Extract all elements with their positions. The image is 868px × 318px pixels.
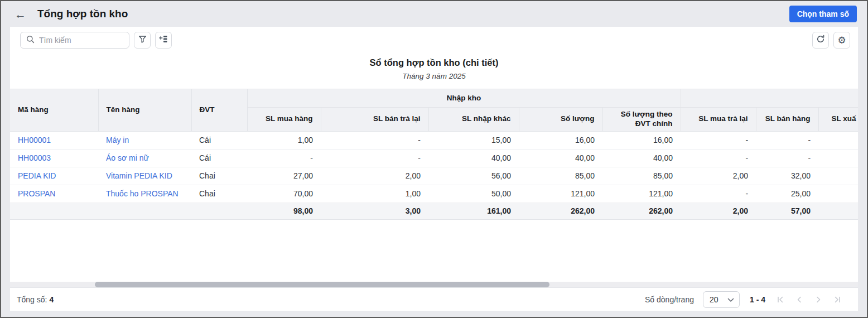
column-header[interactable]: SL mua hàng xyxy=(247,108,321,132)
totals-row: 98,003,00161,00262,00262,002,0057,00 xyxy=(10,203,858,219)
value-cell: - xyxy=(681,185,756,203)
value-cell: - xyxy=(247,149,321,167)
rows-per-page-select[interactable]: 20 xyxy=(703,291,740,308)
top-bar: ← Tổng hợp tồn kho Chọn tham số xyxy=(1,1,867,27)
report-subtitle: Tháng 3 năm 2025 xyxy=(10,72,858,80)
value-cell: 85,00 xyxy=(519,167,602,185)
value-cell: 56,00 xyxy=(428,167,519,185)
next-page-icon[interactable] xyxy=(809,291,828,308)
item-code-link[interactable]: HH00001 xyxy=(18,136,51,144)
value-cell: 16,00 xyxy=(602,131,681,149)
item-name-link[interactable]: Áo sơ mi nữ xyxy=(106,153,149,162)
value-cell: 121,00 xyxy=(519,185,602,203)
value-cell xyxy=(818,167,858,185)
toolbar: ⚙ xyxy=(10,27,858,54)
value-cell: 1,00 xyxy=(247,131,321,149)
item-code-link[interactable]: PEDIA KID xyxy=(18,171,56,180)
totals-label-cell xyxy=(10,203,247,219)
item-name-link[interactable]: Máy in xyxy=(106,136,129,144)
item-name-link[interactable]: Vitamin PEDIA KID xyxy=(106,171,172,180)
last-page-icon[interactable] xyxy=(828,291,847,308)
unit-cell: Cái xyxy=(191,131,247,149)
column-header-item-name[interactable]: Tên hàng xyxy=(98,89,191,132)
value-cell: 40,00 xyxy=(428,149,519,167)
value-cell: 32,00 xyxy=(756,167,818,185)
gear-icon: ⚙ xyxy=(837,36,846,45)
column-header[interactable]: SL bán trả lại xyxy=(321,108,428,132)
pagination-controls: Số dòng/trang 20 1 - 4 xyxy=(645,291,847,308)
total-count-value: 4 xyxy=(49,295,54,304)
table-empty-area xyxy=(10,220,858,282)
value-cell: 40,00 xyxy=(519,149,602,167)
column-header[interactable]: SL nhập khác xyxy=(428,108,519,132)
item-name-cell: Thuốc ho PROSPAN xyxy=(98,185,191,203)
rows-per-page-label: Số dòng/trang xyxy=(645,295,694,304)
totals-value-cell: 98,00 xyxy=(247,203,321,219)
value-cell: 1,00 xyxy=(321,185,428,203)
totals-value-cell: 57,00 xyxy=(756,203,818,219)
content-panel: ⚙ Sổ tổng hợp tồn kho (chi tiết) Tháng 3… xyxy=(10,27,858,311)
pager xyxy=(771,291,847,308)
refresh-icon xyxy=(816,35,825,46)
column-header-item-code[interactable]: Mã hàng xyxy=(10,89,98,132)
search-box[interactable] xyxy=(20,32,129,49)
table-footer: Tổng số:4 Số dòng/trang 20 1 - 4 xyxy=(10,287,858,311)
totals-value-cell: 262,00 xyxy=(519,203,602,219)
refresh-button[interactable] xyxy=(812,32,829,49)
value-cell: - xyxy=(321,149,428,167)
horizontal-scrollbar-thumb[interactable] xyxy=(95,282,549,287)
column-header[interactable]: SL mua trả lại xyxy=(681,108,756,132)
item-name-cell: Máy in xyxy=(98,131,191,149)
filter-icon xyxy=(138,35,147,46)
prev-page-icon[interactable] xyxy=(790,291,809,308)
value-cell: 121,00 xyxy=(602,185,681,203)
totals-value-cell: 161,00 xyxy=(428,203,519,219)
table-row: PEDIA KIDVitamin PEDIA KIDChai27,002,005… xyxy=(10,167,858,185)
table-row: HH00001Máy inCái1,00-15,0016,0016,00-- xyxy=(10,131,858,149)
item-code-cell: PEDIA KID xyxy=(10,167,98,185)
column-header[interactable]: SL bán hàng xyxy=(756,108,818,132)
item-name-link[interactable]: Thuốc ho PROSPAN xyxy=(106,189,179,198)
item-code-cell: HH00001 xyxy=(10,131,98,149)
filter-button[interactable] xyxy=(134,32,151,49)
column-header[interactable]: SL xuấ xyxy=(818,108,858,132)
value-cell xyxy=(818,131,858,149)
value-cell xyxy=(818,149,858,167)
column-header[interactable]: Số lượng theo ĐVT chính xyxy=(602,108,681,132)
first-page-icon[interactable] xyxy=(771,291,790,308)
value-cell: 50,00 xyxy=(428,185,519,203)
page-title: Tổng hợp tồn kho xyxy=(37,8,128,20)
settings-button[interactable]: ⚙ xyxy=(833,32,850,49)
column-header-unit[interactable]: ĐVT xyxy=(191,89,247,132)
item-code-cell: HH00003 xyxy=(10,149,98,167)
totals-value-cell: 262,00 xyxy=(602,203,681,219)
value-cell: - xyxy=(321,131,428,149)
value-cell: - xyxy=(681,149,756,167)
value-cell: - xyxy=(681,131,756,149)
inventory-table: Mã hàng Tên hàng ĐVT Nhập kho SL mua hàn… xyxy=(10,89,858,220)
item-name-cell: Áo sơ mi nữ xyxy=(98,149,191,167)
search-input[interactable] xyxy=(39,36,123,45)
page-range: 1 - 4 xyxy=(750,295,765,304)
total-count-label: Tổng số: xyxy=(17,295,47,304)
table-row: PROSPANThuốc ho PROSPANChai70,001,0050,0… xyxy=(10,185,858,203)
add-columns-button[interactable] xyxy=(155,32,172,49)
value-cell: 25,00 xyxy=(756,185,818,203)
unit-cell: Chai xyxy=(191,167,247,185)
group-header-inbound: Nhập kho xyxy=(247,89,681,108)
back-icon[interactable]: ← xyxy=(15,8,26,20)
column-header[interactable]: Số lượng xyxy=(519,108,602,132)
add-columns-icon xyxy=(159,35,168,45)
value-cell xyxy=(818,185,858,203)
value-cell: - xyxy=(756,149,818,167)
toolbar-right: ⚙ xyxy=(812,32,850,49)
value-cell: 2,00 xyxy=(321,167,428,185)
choose-params-button[interactable]: Chọn tham số xyxy=(789,6,857,22)
value-cell: 27,00 xyxy=(247,167,321,185)
item-code-link[interactable]: HH00003 xyxy=(18,153,51,162)
item-code-link[interactable]: PROSPAN xyxy=(18,189,55,198)
group-header-outbound xyxy=(681,89,858,108)
unit-cell: Cái xyxy=(191,149,247,167)
horizontal-scrollbar[interactable] xyxy=(10,282,858,287)
chevron-down-icon xyxy=(727,295,734,304)
